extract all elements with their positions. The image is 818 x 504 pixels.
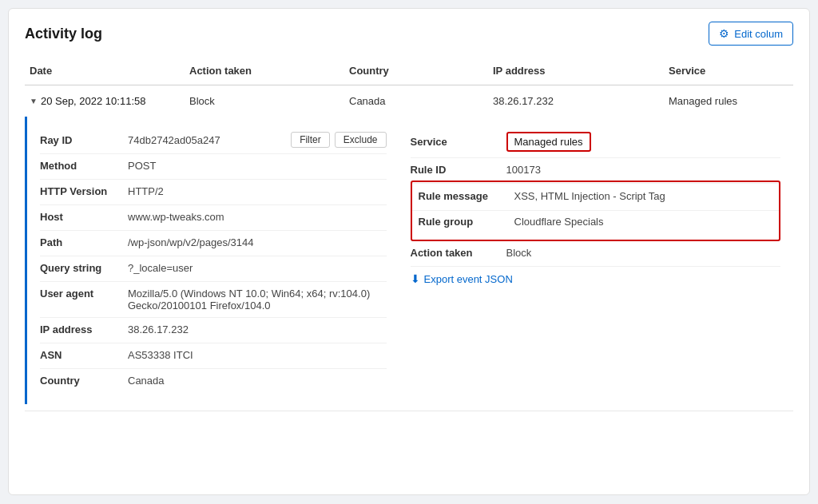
log-summary-row[interactable]: ▼ 20 Sep, 2022 10:11:58 Block Canada 38.… xyxy=(25,85,793,117)
col-country: Country xyxy=(344,62,488,80)
host-label: Host xyxy=(40,211,128,223)
table-header: Date Action taken Country IP address Ser… xyxy=(25,57,793,85)
edit-columns-button[interactable]: ⚙ Edit colum xyxy=(709,22,793,46)
user-agent-row: User agent Mozilla/5.0 (Windows NT 10.0;… xyxy=(40,282,387,318)
rule-message-row: Rule message XSS, HTML Injection - Scrip… xyxy=(412,185,780,211)
user-agent-label: User agent xyxy=(40,288,128,300)
ip-address-row: IP address 38.26.17.232 xyxy=(40,318,387,343)
rule-group-value: Cloudflare Specials xyxy=(514,216,604,228)
rule-message-group-box: Rule message XSS, HTML Injection - Scrip… xyxy=(411,181,781,241)
action-taken-value: Block xyxy=(506,247,532,259)
ip-address-label: IP address xyxy=(40,323,128,335)
path-row: Path /wp-json/wp/v2/pages/3144 xyxy=(40,231,387,256)
rule-id-value: 100173 xyxy=(506,164,541,176)
query-string-row: Query string ?_locale=user xyxy=(40,256,387,282)
user-agent-value: Mozilla/5.0 (Windows NT 10.0; Win64; x64… xyxy=(128,288,387,312)
query-string-label: Query string xyxy=(40,262,128,274)
filter-button[interactable]: Filter xyxy=(291,132,330,148)
gear-icon: ⚙ xyxy=(719,27,729,40)
rule-group-label: Rule group xyxy=(419,216,514,228)
rule-id-label: Rule ID xyxy=(411,164,506,176)
ray-id-label: Ray ID xyxy=(40,134,128,146)
chevron-down-icon: ▼ xyxy=(30,97,38,105)
detail-left: Ray ID 74db2742ad05a247 Filter Exclude M… xyxy=(40,126,411,395)
action-cell: Block xyxy=(185,92,344,110)
service-cell: Managed rules xyxy=(664,92,808,110)
asn-label: ASN xyxy=(40,349,128,361)
detail-right: Service Managed rules Rule ID 100173 Rul… xyxy=(411,126,781,395)
host-row: Host www.wp-tweaks.com xyxy=(40,205,387,231)
ray-id-row: Ray ID 74db2742ad05a247 Filter Exclude xyxy=(40,126,387,154)
http-version-label: HTTP Version xyxy=(40,185,128,197)
export-label: Export event JSON xyxy=(424,273,513,285)
date-cell: ▼ 20 Sep, 2022 10:11:58 xyxy=(25,92,185,110)
page-title: Activity log xyxy=(25,26,102,42)
action-taken-row: Action taken Block xyxy=(411,241,781,267)
http-version-row: HTTP Version HTTP/2 xyxy=(40,180,387,205)
ip-cell: 38.26.17.232 xyxy=(488,92,664,110)
service-row: Service Managed rules xyxy=(411,126,781,158)
col-action: Action taken xyxy=(185,62,344,80)
asn-row: ASN AS53338 ITCI xyxy=(40,343,387,369)
col-date: Date xyxy=(25,62,185,80)
rule-message-value: XSS, HTML Injection - Script Tag xyxy=(514,190,665,202)
query-string-value: ?_locale=user xyxy=(128,262,387,274)
country-value: Canada xyxy=(128,375,387,387)
asn-value: AS53338 ITCI xyxy=(128,349,387,361)
log-row-wrapper: ▼ 20 Sep, 2022 10:11:58 Block Canada 38.… xyxy=(25,85,793,411)
service-label: Service xyxy=(411,136,506,148)
exclude-button[interactable]: Exclude xyxy=(335,132,387,148)
activity-log-header: Activity log ⚙ Edit colum xyxy=(25,22,793,46)
ray-id-value: 74db2742ad05a247 xyxy=(128,134,281,146)
path-value: /wp-json/wp/v2/pages/3144 xyxy=(128,236,387,248)
ray-id-btn-group: Filter Exclude xyxy=(291,132,386,148)
action-taken-label: Action taken xyxy=(411,247,506,259)
download-icon: ⬇ xyxy=(411,272,420,285)
country-label: Country xyxy=(40,375,128,387)
managed-rules-badge: Managed rules xyxy=(506,132,591,152)
country-cell: Canada xyxy=(344,92,488,110)
country-row: Country Canada xyxy=(40,369,387,395)
col-ip: IP address xyxy=(488,62,664,80)
method-label: Method xyxy=(40,160,128,172)
col-service: Service xyxy=(664,62,808,80)
ip-address-value: 38.26.17.232 xyxy=(128,323,387,335)
host-value: www.wp-tweaks.com xyxy=(128,211,387,223)
detail-section: Ray ID 74db2742ad05a247 Filter Exclude M… xyxy=(25,117,793,404)
http-version-value: HTTP/2 xyxy=(128,185,387,197)
method-value: POST xyxy=(128,160,387,172)
rule-group-row: Rule group Cloudflare Specials xyxy=(412,211,780,236)
method-row: Method POST xyxy=(40,154,387,180)
rule-message-label: Rule message xyxy=(419,190,514,202)
path-label: Path xyxy=(40,236,128,248)
detail-grid: Ray ID 74db2742ad05a247 Filter Exclude M… xyxy=(40,126,780,395)
export-link[interactable]: ⬇ Export event JSON xyxy=(411,267,781,291)
